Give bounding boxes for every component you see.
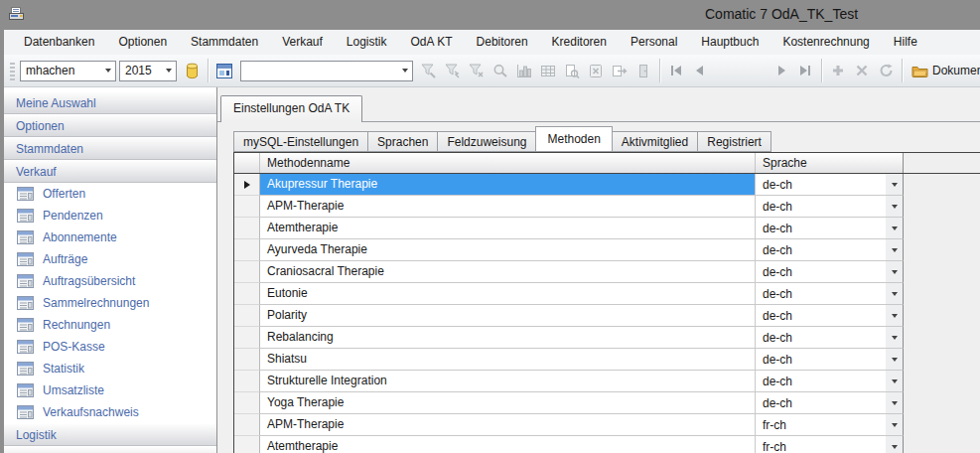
first-record-button[interactable] — [664, 59, 688, 82]
row-selector-cell[interactable] — [234, 392, 260, 414]
sidebar-item[interactable]: Offerten — [4, 183, 216, 205]
sidebar-item[interactable]: POS-Kasse — [4, 336, 216, 358]
menu-item[interactable]: Hilfe — [882, 30, 929, 55]
row-selector-cell[interactable] — [234, 218, 260, 239]
subtab[interactable]: mySQL-Einstellungen — [233, 131, 368, 152]
menu-item[interactable]: Debitoren — [465, 30, 540, 55]
table-row[interactable]: Eutonie de-ch — [234, 283, 980, 305]
methodenname-cell[interactable]: Atemtherapie — [260, 218, 756, 239]
sprache-cell[interactable]: de-ch — [756, 196, 904, 218]
year-combobox[interactable]: 2015 — [119, 61, 177, 81]
row-selector-cell[interactable] — [234, 349, 260, 371]
menu-item[interactable]: Verkauf — [270, 30, 335, 55]
table-row[interactable]: Ayurveda Therapie de-ch — [234, 239, 980, 261]
filter-edit-button[interactable] — [417, 59, 441, 82]
sprache-cell[interactable]: de-ch — [756, 371, 904, 392]
row-selector-cell[interactable] — [234, 327, 260, 349]
sprache-cell[interactable]: de-ch — [756, 392, 904, 414]
grid-button[interactable] — [536, 59, 560, 82]
sidebar-section-header[interactable]: Optionen — [4, 114, 216, 137]
menu-item[interactable]: Datenbanken — [12, 30, 106, 55]
sidebar-section-header[interactable]: Meine Auswahl — [4, 91, 216, 114]
row-selector-cell[interactable] — [234, 239, 260, 261]
subtab[interactable]: Registriert — [697, 131, 771, 152]
methodenname-cell[interactable]: Polarity — [260, 305, 756, 327]
table-row[interactable]: Strukturelle Integration de-ch — [234, 371, 980, 392]
sprache-cell[interactable]: de-ch — [756, 218, 904, 239]
sprache-dropdown-button[interactable] — [886, 305, 903, 326]
menu-item[interactable]: Kreditoren — [540, 30, 619, 55]
table-row[interactable]: Akupressur Therapie de-ch — [234, 174, 980, 196]
sidebar-item[interactable]: Pendenzen — [4, 205, 216, 226]
sidebar-item[interactable]: Auftragsübersicht — [4, 270, 216, 292]
excel-export-button[interactable] — [584, 59, 608, 82]
add-record-button[interactable] — [826, 59, 850, 82]
table-row[interactable]: Craniosacral Therapie de-ch — [234, 261, 980, 283]
sprache-cell[interactable]: de-ch — [756, 305, 904, 327]
methodenname-cell[interactable]: APM-Therapie — [260, 196, 756, 218]
next-record-button[interactable] — [770, 59, 793, 82]
subtab[interactable]: Aktivmitglied — [612, 131, 698, 152]
filter-clear-button[interactable] — [465, 59, 489, 82]
prev-record-button[interactable] — [688, 59, 712, 82]
sprache-dropdown-button[interactable] — [886, 239, 903, 260]
sidebar-item[interactable]: Umsatzliste — [4, 379, 216, 401]
column-header-sprache[interactable]: Sprache — [756, 153, 904, 173]
sidebar-item[interactable]: Aufträge — [4, 248, 216, 270]
table-row[interactable]: Rebalancing de-ch — [234, 327, 980, 349]
menu-item[interactable]: Stammdaten — [179, 30, 270, 55]
sprache-dropdown-button[interactable] — [886, 218, 903, 238]
subtab[interactable]: Feldzuweisung — [437, 131, 536, 152]
sprache-cell[interactable]: de-ch — [756, 239, 904, 261]
print-preview-button[interactable] — [560, 59, 584, 82]
sprache-dropdown-button[interactable] — [886, 392, 903, 413]
sprache-cell[interactable]: de-ch — [756, 283, 904, 305]
sidebar-item[interactable]: Sammelrechnungen — [4, 292, 216, 314]
sprache-cell[interactable]: de-ch — [756, 349, 904, 371]
menu-item[interactable]: OdA KT — [399, 30, 465, 55]
sprache-dropdown-button[interactable] — [886, 327, 903, 348]
sidebar-item[interactable]: Rechnungen — [4, 314, 216, 336]
table-row[interactable]: APM-Therapie de-ch — [234, 196, 980, 218]
row-selector-cell[interactable] — [234, 371, 260, 392]
sprache-dropdown-button[interactable] — [886, 261, 903, 282]
sidebar-section-header[interactable]: Logistik — [4, 423, 216, 446]
row-selector-cell[interactable] — [234, 174, 260, 196]
row-selector-cell[interactable] — [234, 305, 260, 327]
filter-apply-button[interactable] — [441, 59, 465, 82]
subtab[interactable]: Sprachen — [367, 131, 438, 152]
methodenname-cell[interactable]: Eutonie — [260, 283, 756, 305]
sprache-dropdown-button[interactable] — [886, 349, 903, 370]
methodenname-cell[interactable]: Craniosacral Therapie — [260, 261, 756, 283]
dokumente-button[interactable]: Dokumente — [907, 59, 980, 82]
toolbar-grip[interactable] — [10, 61, 15, 80]
menu-item[interactable]: Kostenrechnung — [770, 30, 881, 55]
last-record-button[interactable] — [793, 59, 817, 82]
sprache-cell[interactable]: fr-ch — [756, 436, 904, 453]
form-designer-button[interactable] — [212, 59, 236, 82]
sprache-cell[interactable]: de-ch — [756, 174, 904, 196]
sidebar-item[interactable]: Abonnemente — [4, 226, 216, 248]
methodenname-cell[interactable]: Rebalancing — [260, 327, 756, 349]
subtab[interactable]: Methoden — [535, 126, 612, 152]
methodenname-cell[interactable]: APM-Therapie — [260, 414, 756, 436]
methodenname-cell[interactable]: Yoga Therapie — [260, 392, 756, 414]
export-button[interactable] — [608, 59, 631, 82]
methodenname-cell[interactable]: Strukturelle Integration — [260, 371, 756, 392]
exit-button[interactable] — [631, 59, 655, 82]
chart-button[interactable] — [512, 59, 536, 82]
page-tab-einstellungen-oda-tk[interactable]: Einstellungen OdA TK — [220, 95, 362, 122]
row-selector-cell[interactable] — [234, 414, 260, 436]
column-header-methodenname[interactable]: Methodenname — [260, 153, 756, 173]
table-row[interactable]: Polarity de-ch — [234, 305, 980, 327]
sprache-cell[interactable]: de-ch — [756, 327, 904, 349]
row-selector-cell[interactable] — [234, 196, 260, 218]
user-combobox[interactable]: mhachen — [20, 61, 116, 81]
sidebar-item[interactable]: Verkaufsnachweis — [4, 401, 216, 423]
row-selector-header[interactable] — [234, 153, 260, 173]
sprache-dropdown-button[interactable] — [886, 436, 903, 453]
sprache-dropdown-button[interactable] — [886, 174, 903, 195]
menu-item[interactable]: Hauptbuch — [689, 30, 770, 55]
menu-item[interactable]: Logistik — [335, 30, 399, 55]
sidebar-section-header[interactable]: Verkauf — [4, 160, 216, 183]
